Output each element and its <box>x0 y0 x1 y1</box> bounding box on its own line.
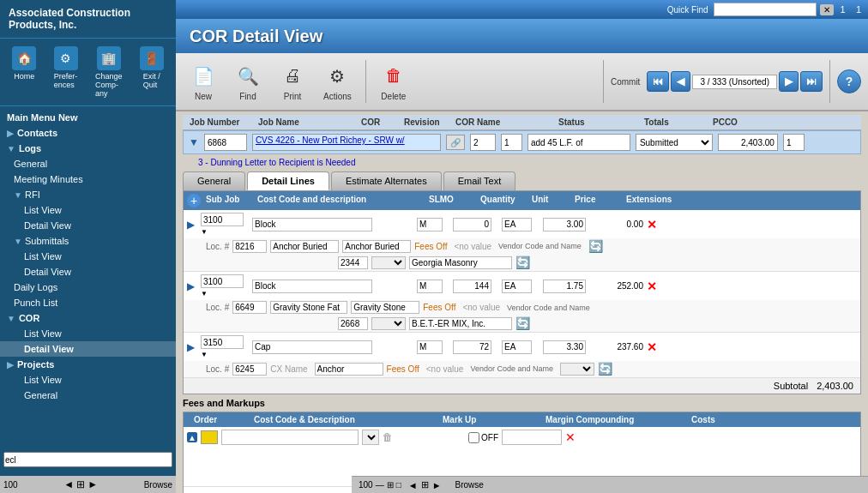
row3-vendor-select[interactable] <box>560 363 594 376</box>
row2-loc-number[interactable] <box>232 301 267 314</box>
sidebar-search-input[interactable] <box>3 452 172 467</box>
tab-email-text[interactable]: Email Text <box>443 171 516 190</box>
cor-name-field[interactable]: add 45 L.F. of <box>527 134 630 151</box>
sidebar-item-projects[interactable]: ▶ Projects <box>0 357 176 372</box>
job-number-field[interactable]: 6868 <box>204 134 247 151</box>
print-button[interactable]: 🖨 Print <box>272 59 313 105</box>
row2-slmo-input[interactable] <box>417 280 443 293</box>
status-nav-right-btn[interactable]: ► <box>432 480 442 490</box>
status-select[interactable]: Submitted <box>636 134 713 151</box>
quick-find-input[interactable] <box>714 3 817 16</box>
row3-vendor-info-btn[interactable]: 🔄 <box>598 362 612 376</box>
nav-left-icon[interactable]: ◄ <box>63 478 74 490</box>
sidebar-item-rfi-list[interactable]: List View <box>0 202 176 218</box>
sidebar-item-main-menu[interactable]: Main Menu New <box>0 110 176 125</box>
row1-loc-number[interactable] <box>232 240 267 253</box>
row1-expand-arrow[interactable]: ▶ <box>187 219 197 231</box>
row3-sub-job-input[interactable] <box>201 335 244 349</box>
fees-cost-input[interactable] <box>502 430 562 445</box>
row2-delete-btn[interactable]: ✕ <box>647 280 657 293</box>
status-zoom-icon2[interactable]: ⊞ <box>387 480 394 490</box>
fees-off-checkbox[interactable] <box>468 432 479 443</box>
sidebar-item-contacts[interactable]: ▶ Contacts <box>0 125 176 141</box>
sidebar-item-cor-detail[interactable]: Detail View <box>0 341 176 357</box>
row1-vendor-info-btn[interactable]: 🔄 <box>515 256 530 269</box>
nav-right-icon[interactable]: ► <box>87 478 98 490</box>
sidebar-preferences-btn[interactable]: ⚙ Prefer-ences <box>51 44 81 100</box>
row1-vendor-select[interactable] <box>371 256 406 269</box>
fees-delete-btn[interactable]: ✕ <box>565 430 576 444</box>
tab-estimate-alternates[interactable]: Estimate Alternates <box>331 171 442 190</box>
row1-vendor-refresh[interactable]: 🔄 <box>588 239 603 253</box>
row3-slmo-input[interactable] <box>417 340 443 354</box>
row2-vendor-code[interactable] <box>338 317 368 330</box>
expand-arrow[interactable]: ▼ <box>189 136 199 148</box>
row3-sub-job-dropdown[interactable]: ▼ <box>201 351 208 358</box>
find-button[interactable]: 🔍 Find <box>227 59 268 105</box>
cor-number-field[interactable]: 2 <box>470 134 496 151</box>
sidebar-item-rfi[interactable]: ▼ RFI <box>0 187 176 202</box>
sidebar-item-submittals-detail[interactable]: Detail View <box>0 264 176 280</box>
row2-expand-arrow[interactable]: ▶ <box>187 280 197 292</box>
row1-delete-btn[interactable]: ✕ <box>647 218 657 231</box>
nav-prev-btn[interactable]: ◀ <box>671 71 690 92</box>
sidebar-item-meeting-minutes[interactable]: Meeting Minutes <box>0 171 176 187</box>
nav-first-btn[interactable]: ⏮ <box>647 71 669 92</box>
sidebar-item-rfi-detail[interactable]: Detail View <box>0 218 176 233</box>
row3-quantity-input[interactable] <box>453 340 491 354</box>
sidebar-item-projects-list[interactable]: List View <box>0 372 176 388</box>
totals-field[interactable]: 2,403.00 <box>718 134 778 151</box>
row3-loc-name1[interactable] <box>315 363 383 376</box>
fees-dropdown[interactable] <box>362 430 379 445</box>
row3-unit-input[interactable] <box>502 340 532 354</box>
row2-vendor-select[interactable] <box>371 317 406 330</box>
fees-clear-btn[interactable]: 🗑 <box>383 431 393 443</box>
row3-loc-number[interactable] <box>232 363 267 376</box>
sidebar-item-logs[interactable]: ▼ Logs <box>0 141 176 156</box>
row2-cost-code-input[interactable]: Block <box>252 280 372 293</box>
row2-loc-name2[interactable] <box>351 301 419 314</box>
row1-vendor-name[interactable] <box>409 256 512 269</box>
row3-price-input[interactable] <box>543 340 586 354</box>
quick-find-clear-btn[interactable]: ✕ <box>820 4 834 15</box>
nav-expand-icon[interactable]: ⊞ <box>76 478 85 490</box>
delete-button[interactable]: 🗑 Delete <box>373 59 414 105</box>
row1-price-input[interactable] <box>543 218 586 231</box>
row2-vendor-name[interactable] <box>409 317 512 330</box>
row1-slmo-input[interactable] <box>417 218 443 231</box>
row2-vendor-info-btn[interactable]: 🔄 <box>515 316 530 330</box>
row3-delete-btn[interactable]: ✕ <box>647 340 657 354</box>
row2-quantity-input[interactable] <box>453 280 491 293</box>
revision-field[interactable]: 1 <box>501 134 522 151</box>
status-nav-left-btn[interactable]: ◄ <box>408 480 418 490</box>
status-zoom-icon1[interactable]: — <box>376 480 384 490</box>
row3-expand-arrow[interactable]: ▶ <box>187 341 197 353</box>
sidebar-change-company-btn[interactable]: 🏢 ChangeComp-any <box>93 44 125 100</box>
sidebar-item-punch-list[interactable]: Punch List <box>0 295 176 310</box>
row2-price-input[interactable] <box>543 280 586 293</box>
status-nav-expand-btn[interactable]: ⊞ <box>421 479 429 490</box>
row2-loc-name1[interactable] <box>270 301 347 314</box>
fees-description-input[interactable] <box>221 430 359 445</box>
job-name-field[interactable]: CVS 4226 - New Port Richey - SRW w/ <box>252 134 441 151</box>
job-link-btn[interactable]: 🔗 <box>446 135 465 150</box>
fees-order-up-btn[interactable]: ▲ <box>187 432 197 442</box>
row1-loc-name1[interactable] <box>270 240 339 253</box>
row1-quantity-input[interactable] <box>453 218 491 231</box>
sidebar-exit-btn[interactable]: 🚪 Exit /Quit <box>137 44 166 100</box>
sidebar-item-submittals-list[interactable]: List View <box>0 249 176 264</box>
row1-cost-code-input[interactable]: Block <box>252 218 372 231</box>
tab-general[interactable]: General <box>183 171 245 190</box>
row3-cost-code-input[interactable]: Cap <box>252 340 372 354</box>
new-button[interactable]: 📄 New <box>183 59 224 105</box>
status-zoom-icon3[interactable]: □ <box>396 480 401 490</box>
sidebar-item-cor[interactable]: ▼ COR <box>0 310 176 326</box>
sidebar-item-submittals[interactable]: ▼ Submittals <box>0 233 176 249</box>
nav-last-btn[interactable]: ⏭ <box>800 71 823 92</box>
sidebar-item-daily-logs[interactable]: Daily Logs <box>0 280 176 295</box>
sidebar-home-btn[interactable]: 🏠 Home <box>9 44 39 100</box>
nav-next-btn[interactable]: ▶ <box>779 71 799 92</box>
sidebar-item-cor-list[interactable]: List View <box>0 326 176 341</box>
sidebar-item-general[interactable]: General <box>0 156 176 171</box>
row1-sub-job-dropdown[interactable]: ▼ <box>201 228 208 236</box>
